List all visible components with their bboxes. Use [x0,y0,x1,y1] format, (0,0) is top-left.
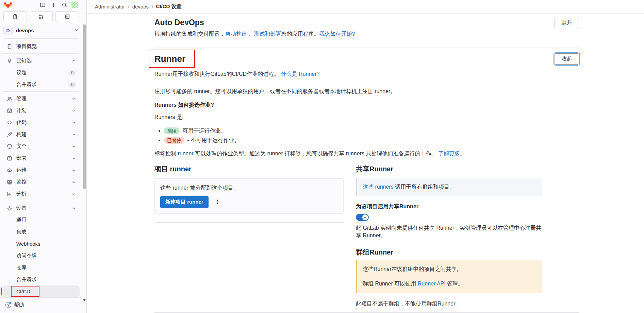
cloud-gear-icon [7,168,12,173]
rocket-icon [7,132,12,137]
merge-request-shortcut-button[interactable] [30,11,53,22]
sidebar-item-access-tokens[interactable]: 访问令牌 [3,250,80,262]
group-runners-title: 群组Runner [356,248,542,257]
what-is-runner-link[interactable]: 什么是 Runner? [281,71,320,77]
active-indicator [1,288,2,295]
sidebar-item-integrations[interactable]: 集成 [3,226,80,238]
sidebar-item-build[interactable]: 构建 [3,128,80,140]
plus-icon[interactable] [49,0,58,10]
shared-runners-info-box: 这些 runners 适用于所有群组和项目。 [356,178,542,196]
auto-devops-desc-text: 根据持续的集成和交付配置， [154,31,225,37]
these-runners-link[interactable]: 这些 runners [363,184,394,190]
group-runners-disclaimer: 此项目不属于群组，不能使用群组Runner。 [356,300,542,308]
scroll-down-arrow-icon[interactable] [83,296,86,298]
sidebar-item-plan[interactable]: 计划 [3,105,80,117]
pin-icon [7,58,12,64]
kebab-menu-icon[interactable]: ⋮ [215,199,220,205]
shared-runners-note: 此 GitLab 实例尚未提供任何共享 Runner，实例管理员可以在管理中心注… [356,224,542,239]
todo-shortcut-button[interactable] [55,11,79,22]
breadcrumb-separator-icon: › [128,4,129,10]
sidebar-item-merge-requests-settings[interactable]: 合并请求 [3,274,80,285]
runner-section: Runner 收起 Runner用于接收和执行GitLab的CI/CD作业的进程… [154,50,579,308]
group-runners-line2: 群组 Runner 可以使用 Runner API 管理。 [363,280,537,288]
book-icon [7,44,12,49]
sidebar-item-manage[interactable]: 管理 [3,93,80,105]
sidebar-item-settings[interactable]: 设置 [3,202,80,214]
sidebar-item-issues[interactable]: 议题 0 [3,67,80,79]
divider [3,91,79,92]
runner-title: Runner [154,50,185,67]
users-icon [7,96,12,102]
sidebar-collapse-icon[interactable] [38,0,47,10]
new-project-runner-button[interactable]: 新建项目 runner [160,196,209,208]
sidebar-item-operate[interactable]: 运维 [3,164,80,176]
group-runners-line2-post: 管理。 [446,281,463,286]
scroll-up-arrow-icon[interactable] [83,22,86,24]
sidebar: D devops 项目概览 已钉选 [0,0,82,313]
shared-runners-toggle[interactable] [356,214,369,221]
runner-collapse-button[interactable]: 收起 [555,53,579,65]
project-switcher[interactable]: D devops [0,24,82,37]
user-avatar[interactable] [70,1,79,9]
code-icon [7,120,12,125]
scrollbar-thumb[interactable] [83,24,86,189]
auto-devops-expand-button[interactable]: 展开 [555,17,579,28]
sidebar-scrollbar[interactable] [82,0,87,313]
divider [3,53,79,54]
shared-runners-info-text: 适用于所有群组和项目。 [394,184,455,190]
divider [3,38,79,39]
chevron-down-icon [71,192,76,196]
sidebar-item-cicd[interactable]: CI/CD [3,285,80,297]
sidebar-footer: ? 帮助 [0,297,82,313]
app-window: D devops 项目概览 已钉选 [0,0,644,313]
main-area: Administrator › devops › CI/CD 设置 Auto D… [87,0,644,313]
sidebar-item-analyze[interactable]: 分析 [3,188,80,200]
divider [154,312,579,313]
sidebar-item-general[interactable]: 通用 [3,214,80,226]
runner-question-heading: Runners 如何挑选作业? [154,102,579,109]
project-runners-column: 项目 runner 这些 runner 被分配到这个项目。 新建项目 runne… [154,164,344,308]
help-button[interactable]: ? 帮助 [3,300,26,310]
breadcrumb-administrator[interactable]: Administrator [95,4,125,10]
auto-devops-build-link[interactable]: 自动构建， 测试和部署 [225,31,281,37]
auto-devops-section: Auto DevOps 展开 根据持续的集成和交付配置，自动构建， 测试和部署您… [154,17,579,38]
sidebar-item-code[interactable]: 代码 [3,117,80,128]
auto-devops-description: 根据持续的集成和交付配置，自动构建， 测试和部署您的应用程序。我该如何开始? [154,30,579,38]
runner-api-link[interactable]: Runner API [418,281,446,286]
group-runners-line1: 这些Runner在该群组中的项目之间共享。 [363,265,537,273]
toggle-check-icon [362,214,368,220]
auto-devops-title: Auto DevOps [154,18,204,27]
auto-devops-howto-link[interactable]: 我该如何开始? [319,31,355,37]
search-icon[interactable] [60,0,69,10]
chevron-up-icon [71,206,76,211]
sidebar-item-merge-requests[interactable]: 合并请求 0 [3,79,80,90]
chevron-down-icon [71,132,76,137]
chevron-down-icon [71,168,76,173]
shield-icon [7,144,12,149]
sidebar-item-monitor[interactable]: 监控 [3,176,80,188]
sidebar-item-deploy[interactable]: 部署 [3,152,80,164]
sidebar-item-secure[interactable]: 安全 [3,140,80,152]
sidebar-header [0,0,82,10]
learn-more-link[interactable]: 了解更多。 [438,151,465,156]
divider [3,201,79,201]
shared-runners-column: 共享Runner 这些 runners 适用于所有群组和项目。 为该项目启用共享… [356,164,542,308]
paused-badge-text: - 不可用于运行作业。 [187,137,240,143]
project-runners-desc: 这些 runner 被分配到这个项目。 [160,184,338,192]
group-runners-line2-pre: 群组 Runner 可以使用 [363,281,418,286]
sidebar-item-webhooks[interactable]: Webhooks [3,238,80,250]
group-runners-warning-box: 这些Runner在该群组中的项目之间共享。 群组 Runner 可以使用 Run… [356,260,542,293]
issues-shortcut-button[interactable] [3,11,27,22]
deploy-icon [7,156,12,161]
sidebar-item-project-overview[interactable]: 项目概览 [3,40,80,52]
sidebar-shortcuts [0,10,82,24]
gitlab-logo-icon[interactable] [3,0,13,10]
breadcrumb-cicd-settings: CI/CD 设置 [156,3,181,10]
divider [154,222,344,223]
sidebar-item-repository[interactable]: 仓库 [3,262,80,274]
breadcrumb-devops[interactable]: devops [132,4,149,10]
runner-tags-text: 标签控制 runner 可以处理的作业类型。通过为 runner 打标签，您可以… [154,150,579,157]
sidebar-item-pinned[interactable]: 已钉选 [3,55,80,67]
runner-tags-desc: 标签控制 runner 可以处理的作业类型。通过为 runner 打标签，您可以… [154,151,436,156]
gear-icon [7,206,12,211]
